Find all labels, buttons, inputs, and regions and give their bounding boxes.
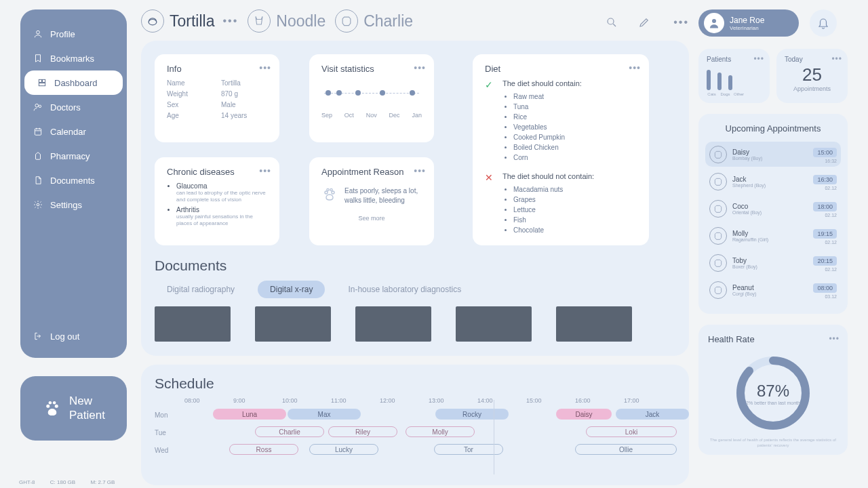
schedule-slot[interactable]: Charlie [255,426,324,437]
card-title: Info [167,64,267,74]
schedule-row: WedRossLuckyTorOllie [155,443,675,457]
user-pill[interactable]: Jane RoeVeterinarian [698,9,799,37]
schedule-slot[interactable]: Rocky [435,409,509,420]
doc-tab-xray[interactable]: Digital x-ray [258,281,325,298]
day-label: Wed [155,447,184,454]
nav-profile[interactable]: Profile [20,22,127,46]
card-menu-icon[interactable]: ••• [829,334,840,344]
pet-name: Noodle [276,12,326,30]
nav-bookmarks[interactable]: Bookmarks [20,46,127,70]
logout-icon [33,331,43,342]
new-patient-button[interactable]: NewPatient [20,376,127,441]
xray-thumbnail[interactable] [255,306,331,342]
month-label: Oct [344,112,354,119]
info-row: Age14 years [167,112,267,119]
nav-pharmacy[interactable]: Pharmacy [20,144,127,168]
pet-tab-charlie[interactable]: Charlie [335,9,413,33]
appointment-item[interactable]: DaisyBombay (Boy) 15:0016:32 [705,142,841,167]
schedule-slot[interactable]: Riley [328,426,397,437]
new-patient-label1: New [69,394,105,408]
svg-point-14 [325,191,328,194]
header-menu-icon[interactable]: ••• [673,16,689,28]
schedule-slot[interactable]: Jack [616,409,689,420]
health-rate-panel: Health Rate ••• 87% 2% better than last … [698,325,848,455]
schedule-row: TueCharlieRileyMollyLoki [155,426,675,439]
card-menu-icon[interactable]: ••• [259,165,271,176]
nav-label: Dashboard [54,78,98,88]
pharmacy-icon [33,150,43,161]
schedule-slot[interactable]: Ross [229,444,298,455]
xray-thumbnail[interactable] [556,306,632,342]
card-menu-icon[interactable]: ••• [831,54,842,64]
health-percent: 87% [757,382,789,401]
card-menu-icon[interactable]: ••• [414,165,426,176]
edit-icon[interactable] [638,16,650,28]
hour-label: 10:00 [282,397,331,404]
nav-label: Bookmarks [50,54,94,64]
schedule-slot[interactable]: Daisy [556,409,612,420]
today-sub: Appointments [785,85,840,92]
documents-section: Documents Digital radiography Digital x-… [155,258,670,342]
nav-doctors[interactable]: Doctors [20,95,127,119]
pet-icon [709,281,727,299]
diet-item: Raw meat [513,92,582,102]
chronic-item: Arthritisusually painful sensations in t… [176,206,267,228]
turtle-icon [141,9,164,33]
month-label: Dec [389,112,400,119]
info-row: NameTortilla [167,79,267,87]
hour-label: 11:00 [331,397,380,404]
diet-item: Corn [513,152,582,163]
appointment-item[interactable]: CocoOriental (Boy) 18:0002.12 [705,196,841,221]
svg-point-13 [608,18,614,24]
see-more-link[interactable]: See more [321,215,422,222]
reason-text: Eats poorly, sleeps a lot, walks little,… [344,186,422,205]
doctors-icon [33,102,43,113]
visit-card: Visit statistics ••• SepOctNovDecJan [309,54,434,142]
xray-thumbnail[interactable] [155,306,231,342]
appointment-item[interactable]: PeanutCorgi (Boy) 08:0003.12 [705,277,841,302]
nav-settings[interactable]: Settings [20,192,127,217]
svg-rect-6 [35,129,41,135]
appointment-item[interactable]: JackShepherd (Boy) 16:3002.12 [705,169,841,194]
svg-point-18 [712,19,716,23]
month-label: Sep [321,112,332,119]
pet-tab-menu[interactable]: ••• [222,15,238,27]
documents-icon [33,175,43,186]
xray-thumbnail[interactable] [456,306,532,342]
schedule-slot[interactable]: Lucky [309,444,378,455]
card-title: Appointment Reason [321,167,422,177]
schedule-slot[interactable]: Loki [586,426,677,437]
documents-title: Documents [155,258,670,274]
schedule-slot[interactable]: Molly [406,426,475,437]
schedule-slot[interactable]: Tor [434,444,503,455]
notifications-button[interactable] [810,9,837,37]
new-patient-label2: Patient [69,409,105,422]
card-menu-icon[interactable]: ••• [414,62,426,73]
search-icon[interactable] [606,16,618,28]
footer-stats: GHT-8 C: 180 GB M: 2.7 GB [19,479,128,485]
sidebar: Profile Bookmarks Dashboard Doctors Cale… [20,9,127,358]
schedule-slot[interactable]: Max [288,409,361,420]
appointment-item[interactable]: MollyRagamuffin (Girl) 19:1502.12 [705,223,841,248]
schedule-slot[interactable]: Ollie [575,444,677,455]
card-menu-icon[interactable]: ••• [629,62,641,73]
schedule-slot[interactable]: Luna [213,409,286,420]
appointment-item[interactable]: TobyBoxer (Boy) 20:1502.12 [705,250,841,275]
diet-item: Fish [513,215,594,225]
pet-tab-tortilla[interactable]: Tortilla ••• [141,9,238,33]
info-card: Info ••• NameTortillaWeight870 gSexMaleA… [155,54,279,142]
svg-point-15 [332,191,334,194]
nav-dashboard[interactable]: Dashboard [24,70,123,95]
paw-outline-icon [321,186,338,205]
pet-tab-noodle[interactable]: Noodle [248,9,326,33]
xray-thumbnail[interactable] [355,306,431,342]
nav-calendar[interactable]: Calendar [20,119,127,144]
bookmark-icon [33,53,43,64]
card-menu-icon[interactable]: ••• [753,54,764,64]
doc-tab-lab[interactable]: In-house laboratory diagnostics [336,281,473,298]
today-count: 25 [785,64,840,85]
doc-tab-radiography[interactable]: Digital radiography [155,281,247,298]
nav-documents[interactable]: Documents [20,168,127,192]
nav-logout[interactable]: Log out [20,324,127,348]
card-menu-icon[interactable]: ••• [259,62,271,73]
